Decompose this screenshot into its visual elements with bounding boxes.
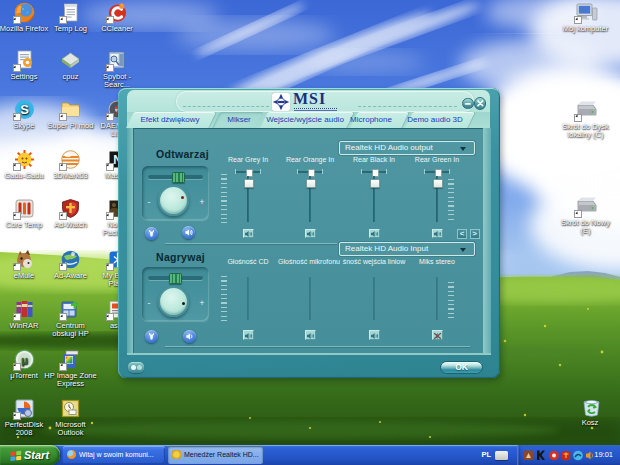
svg-text:μ: μ: [21, 353, 28, 365]
svg-text:S: S: [20, 102, 29, 117]
